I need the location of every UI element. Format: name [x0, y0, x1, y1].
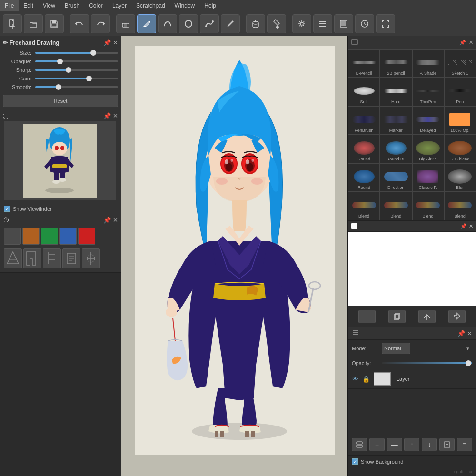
menu-help[interactable]: Help	[199, 0, 221, 11]
layer-visibility-icon[interactable]: 👁	[352, 375, 358, 383]
layer-lock-icon[interactable]: 🔒	[362, 376, 370, 383]
opaque-slider[interactable]	[35, 60, 118, 62]
swatch-black[interactable]	[4, 228, 21, 245]
cp-pin-icon[interactable]: 📌	[103, 217, 111, 224]
swatch-brown[interactable]	[22, 228, 40, 245]
brush-classic-p[interactable]: Classic P.	[412, 163, 444, 192]
tool-pen[interactable]	[137, 14, 156, 33]
brush-wet-round[interactable]: Round	[348, 163, 380, 192]
menu-edit[interactable]: Edit	[19, 0, 38, 11]
tool-save[interactable]	[45, 14, 64, 33]
cp-close-icon[interactable]: ✕	[113, 217, 118, 224]
brush-blur[interactable]: Blur	[444, 163, 476, 192]
layer-pin[interactable]: 📌	[457, 330, 465, 337]
brush-big-airbr[interactable]: Big AirBr.	[412, 135, 444, 163]
brush-paint-round[interactable]: Round	[348, 135, 380, 163]
sharp-slider[interactable]	[35, 69, 118, 71]
brush-100op[interactable]: 100% Op.	[444, 106, 476, 135]
brush-eraser-soft[interactable]: Soft	[348, 78, 380, 106]
layer-close[interactable]: ✕	[467, 330, 472, 337]
layer-duplicate-button[interactable]	[388, 310, 406, 323]
tool-layers-menu[interactable]	[313, 14, 332, 33]
drawing-canvas[interactable]	[135, 46, 335, 455]
brush-pen[interactable]: Pen	[444, 78, 476, 106]
swatch-blue[interactable]	[60, 228, 77, 245]
swatch-green[interactable]	[41, 228, 58, 245]
tool-eraser[interactable]	[116, 14, 135, 33]
tool-color-wheel[interactable]	[334, 14, 353, 33]
layer-add-bottom[interactable]: +	[369, 438, 385, 451]
brush-wet-direction[interactable]: Direction	[380, 163, 412, 192]
tool-undo[interactable]	[70, 14, 89, 33]
tool-circle[interactable]	[179, 14, 198, 33]
vf-pin-icon[interactable]: 📌	[103, 112, 111, 119]
brush-p-shade[interactable]: P. Shade	[412, 49, 444, 78]
menu-brush[interactable]: Brush	[60, 0, 84, 11]
color-preview-pin[interactable]: 📌	[460, 223, 467, 229]
menu-layer[interactable]: Layer	[108, 0, 131, 11]
brush-thinpen[interactable]: ThinPen	[412, 78, 444, 106]
brush-delayed[interactable]: Delayed	[412, 106, 444, 135]
brush-panel-pin[interactable]: 📌	[459, 40, 466, 46]
brush-eraser-hard[interactable]: Hard	[380, 78, 412, 106]
layer-merge-button[interactable]	[352, 438, 367, 451]
tool-bucket2[interactable]	[267, 14, 286, 33]
layer-move-up-button[interactable]: ↑	[404, 438, 419, 451]
menu-view[interactable]: View	[38, 0, 60, 11]
size-slider[interactable]	[35, 52, 118, 54]
brush-sketch1[interactable]: Sketch 1	[444, 49, 476, 78]
brush-rs-blend[interactable]: R-S blend	[444, 135, 476, 163]
brush-penbrush[interactable]: PenBrush	[348, 106, 380, 135]
brush-paint-roundbl[interactable]: Round BL	[380, 135, 412, 163]
mode-select-wrap[interactable]: Normal Multiply Screen Overlay Darken Li…	[382, 343, 472, 354]
cp-thumb-1[interactable]	[4, 248, 22, 268]
tool-dropper[interactable]	[221, 14, 240, 33]
brush-marker[interactable]: Marker	[380, 106, 412, 135]
canvas-area[interactable]	[121, 36, 347, 476]
show-viewfinder-checkbox[interactable]: ✓	[4, 206, 10, 212]
tool-bucket1[interactable]	[246, 14, 265, 33]
layer-move-down-button[interactable]: ↓	[422, 438, 437, 451]
brush-blend4[interactable]: Blend	[444, 192, 476, 220]
tool-curve[interactable]	[158, 14, 177, 33]
tool-settings[interactable]	[292, 14, 311, 33]
brush-2b-pencil[interactable]: 2B pencil	[380, 49, 412, 78]
cp-thumb-5[interactable]	[82, 248, 100, 268]
gain-slider[interactable]	[35, 78, 118, 79]
brush-b-pencil[interactable]: B-Pencil	[348, 49, 380, 78]
tool-new[interactable]	[3, 14, 22, 33]
show-background-checkbox[interactable]: ✓	[352, 458, 358, 465]
layer-add-button[interactable]: +	[358, 310, 376, 323]
tool-history[interactable]	[355, 14, 374, 33]
brush-blend2[interactable]: Blend	[380, 192, 412, 220]
tool-fullscreen[interactable]	[376, 14, 395, 33]
menu-window[interactable]: Window	[170, 0, 200, 11]
cp-thumb-2[interactable]	[23, 248, 41, 268]
brush-panel-close[interactable]: ✕	[469, 40, 473, 46]
tool-open[interactable]	[24, 14, 43, 33]
menu-scratchpad[interactable]: Scratchpad	[131, 0, 170, 11]
layer-flatten-button[interactable]	[439, 438, 455, 451]
color-preview-close[interactable]: ✕	[469, 223, 473, 229]
svg-rect-20	[54, 171, 59, 181]
layer-delete-button[interactable]: —	[387, 438, 402, 451]
close-panel-icon[interactable]: ✕	[113, 39, 118, 46]
blend-mode-select[interactable]: Normal Multiply Screen Overlay Darken Li…	[382, 343, 410, 354]
layer-export-button[interactable]	[448, 310, 466, 323]
menu-color[interactable]: Color	[84, 0, 108, 11]
vf-close-icon[interactable]: ✕	[113, 112, 118, 119]
menu-file[interactable]: File	[0, 0, 19, 11]
pin-icon[interactable]: 📌	[103, 39, 111, 46]
cp-thumb-4[interactable]	[62, 248, 80, 268]
brush-blend1[interactable]: Blend	[348, 192, 380, 220]
layer-save-button[interactable]	[418, 310, 436, 323]
layer-settings-button[interactable]: ≡	[457, 438, 472, 451]
cp-thumb-3[interactable]	[43, 248, 61, 268]
tool-bezier[interactable]	[200, 14, 219, 33]
tool-redo[interactable]	[91, 14, 110, 33]
reset-button[interactable]: Reset	[3, 95, 118, 107]
smooth-slider[interactable]	[35, 86, 118, 88]
opacity-slider[interactable]	[382, 362, 472, 364]
brush-blend3[interactable]: Blend	[412, 192, 444, 220]
swatch-red[interactable]	[78, 228, 95, 245]
